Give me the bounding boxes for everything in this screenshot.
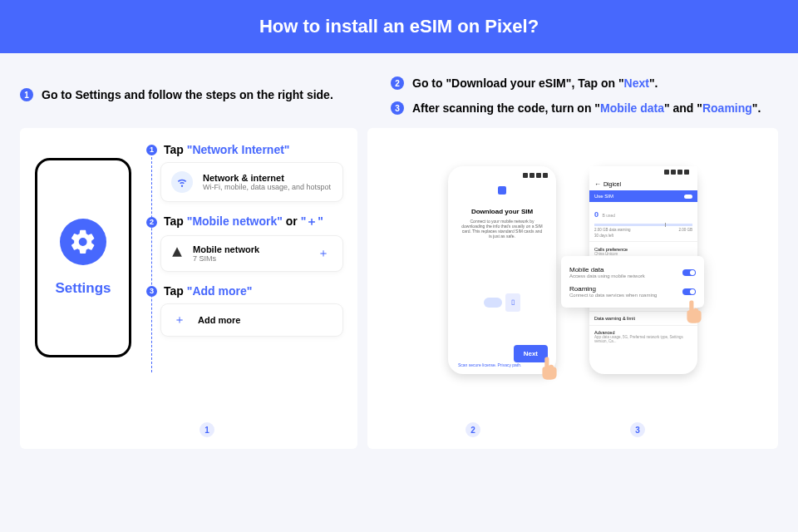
substep-3: 3 Tap "Add more" ＋ Add more [146, 284, 342, 336]
sub-badge-3: 3 [146, 286, 157, 297]
wifi-icon [171, 171, 193, 193]
add-more-label: Add more [198, 315, 240, 325]
panel-1: Settings 1 Tap "Network Internet" Networ… [20, 128, 357, 449]
advanced-row[interactable]: Advanced App data usage, 5G, Preferred n… [589, 325, 697, 347]
instruction-3: 3 After scanning the code, turn on "Mobi… [391, 101, 778, 115]
settings-label: Settings [55, 280, 111, 297]
panel-footer-3: 3 [630, 422, 645, 437]
cloud-icon [484, 298, 502, 308]
badge-3: 3 [391, 101, 404, 115]
instruction-2-text: Go to "Download your eSIM", Tap on "Next… [412, 76, 658, 90]
usage-bar [594, 224, 692, 226]
substep-2: 2 Tap "Mobile network" or "＋" Mobile net… [146, 214, 342, 271]
badge-1: 1 [20, 88, 33, 101]
plus-icon: ＋ [171, 313, 188, 328]
badge-2: 2 [391, 76, 404, 90]
download-footer: Scan secure license. Privacy path. [453, 362, 551, 367]
mobile-title: Mobile network [193, 244, 259, 254]
add-more-row[interactable]: ＋ Add more [161, 304, 342, 336]
bottom-rows: Data warning & limit Advanced App data u… [589, 311, 697, 347]
panel-footer-2: 2 [466, 422, 480, 437]
network-internet-row[interactable]: Network & internet Wi-Fi, mobile, data u… [161, 163, 342, 201]
gear-icon [60, 219, 106, 265]
panel-2-3: Download your SIM Connect to your mobile… [367, 128, 778, 449]
sim-icon: ▯ [505, 293, 520, 312]
carrier-title: Digicel [594, 178, 692, 190]
data-warning-row[interactable]: Data warning & limit [589, 311, 697, 325]
panels: Settings 1 Tap "Network Internet" Networ… [0, 128, 798, 469]
panel-footer-1: 1 [200, 422, 214, 437]
download-desc: Connect to your mobile network by downlo… [453, 215, 551, 242]
sub-badge-1: 1 [146, 145, 157, 155]
statusbar [594, 170, 692, 178]
toggles-card: Mobile data Access data using mobile net… [561, 256, 704, 308]
instruction-3-text: After scanning the code, turn on "Mobile… [412, 101, 761, 115]
download-sim-phone: Download your SIM Connect to your mobile… [448, 166, 556, 374]
instructions-right: 2 Go to "Download your eSIM", Tap on "Ne… [391, 76, 778, 115]
shield-icon [498, 186, 506, 195]
instruction-1: 1 Go to Settings and follow the steps on… [20, 76, 357, 115]
instruction-2: 2 Go to "Download your eSIM", Tap on "Ne… [391, 76, 778, 90]
settings-phone-mock: Settings [35, 158, 131, 357]
toggle-on-icon [682, 269, 696, 276]
roaming-toggle[interactable]: Roaming Connect to data services when ro… [569, 282, 696, 301]
instruction-1-text: Go to Settings and follow the steps on t… [42, 88, 333, 101]
signal-icon [171, 246, 183, 261]
data-usage: 0 B used [589, 202, 697, 224]
data-settings-phone: Digicel Use SIM 0 B used 2.00 GB data wa… [589, 166, 697, 374]
page-title: How to install an eSIM on Pixel? [259, 16, 539, 37]
statusbar [453, 173, 551, 181]
sub-steps: 1 Tap "Network Internet" Network & inter… [146, 143, 342, 434]
next-button[interactable]: Next [514, 345, 548, 362]
usage-limits: 2.00 GB data warning 2.00 GB [589, 226, 697, 232]
sub-badge-2: 2 [146, 217, 157, 228]
top-instructions: 1 Go to Settings and follow the steps on… [0, 53, 798, 128]
mobile-network-row[interactable]: Mobile network 7 SIMs ＋ [161, 236, 342, 271]
toggle-on-icon [682, 288, 696, 295]
page-header: How to install an eSIM on Pixel? [0, 0, 798, 53]
use-sim-row[interactable]: Use SIM [589, 190, 697, 202]
mobile-data-toggle[interactable]: Mobile data Access data using mobile net… [569, 263, 696, 282]
plus-icon[interactable]: ＋ [318, 246, 332, 261]
substep-1: 1 Tap "Network Internet" Network & inter… [146, 143, 342, 201]
toggle-on-icon [684, 195, 692, 199]
mobile-sub: 7 SIMs [193, 254, 259, 263]
download-title: Download your SIM [453, 208, 551, 215]
network-title: Network & internet [203, 173, 331, 183]
network-sub: Wi-Fi, mobile, data usage, and hotspot [203, 183, 331, 191]
